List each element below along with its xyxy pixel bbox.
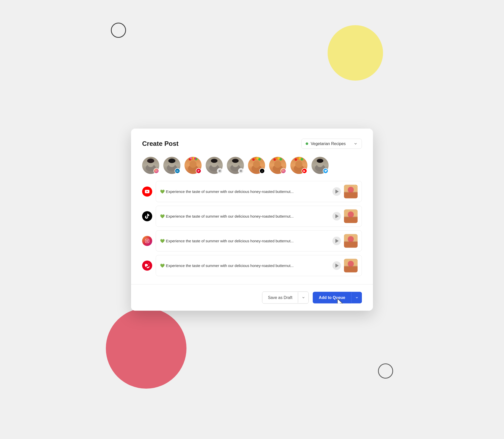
svg-point-8	[168, 158, 175, 163]
svg-point-62	[348, 211, 354, 217]
bg-ring-top-decoration	[111, 23, 126, 38]
avatar-1[interactable]	[142, 157, 159, 174]
svg-point-49	[301, 158, 303, 160]
post-text-2: 💚 Experience the taste of summer with ou…	[160, 214, 329, 218]
svg-point-69	[348, 236, 354, 242]
add-to-queue-button-group[interactable]: Add to Queue	[313, 292, 362, 303]
instagram-platform-icon	[142, 236, 152, 246]
svg-rect-70	[344, 242, 358, 248]
avatar-3[interactable]: P	[184, 157, 202, 174]
play-icon-3	[335, 239, 339, 243]
svg-point-10	[190, 161, 197, 168]
post-thumbnail-4	[344, 259, 358, 272]
svg-rect-57	[344, 192, 358, 198]
svg-point-43	[284, 170, 284, 170]
post-row-1: 💚 Experience the taste of summer with ou…	[142, 181, 362, 202]
post-content-box-2[interactable]: 💚 Experience the taste of summer with ou…	[156, 206, 362, 227]
avatar-9[interactable]	[311, 157, 329, 174]
post-thumbnail-1	[344, 185, 358, 198]
play-button-3[interactable]	[332, 237, 341, 245]
post-content-box-3[interactable]: 💚 Experience the taste of summer with ou…	[156, 230, 362, 251]
buffer-badge-5	[238, 168, 244, 174]
svg-point-52	[317, 159, 323, 163]
instagram-badge-7	[280, 168, 286, 174]
active-status-dot	[306, 142, 308, 145]
svg-point-25	[232, 159, 239, 163]
post-row-2: 💚 Experience the taste of summer with ou…	[142, 206, 362, 227]
play-icon-2	[335, 214, 339, 218]
pinterest-platform-icon	[142, 260, 152, 271]
svg-point-34	[258, 158, 261, 160]
svg-point-45	[295, 161, 302, 168]
modal-footer: Save as Draft Add to Queue	[131, 284, 373, 311]
linkedin-badge-2: in	[175, 168, 180, 174]
svg-point-56	[348, 187, 354, 193]
svg-point-73	[348, 261, 354, 267]
post-row-3: 💚 Experience the taste of summer with ou…	[142, 230, 362, 251]
avatar-6[interactable]: ♪	[248, 157, 265, 174]
svg-point-42	[283, 170, 284, 171]
save-draft-button[interactable]: Save as Draft	[262, 292, 298, 303]
avatar-2[interactable]: in	[163, 157, 180, 174]
svg-rect-64	[145, 239, 149, 243]
add-to-queue-button[interactable]: Add to Queue	[313, 292, 351, 303]
tiktok-badge-6: ♪	[259, 168, 265, 174]
save-draft-button-group[interactable]: Save as Draft	[262, 291, 309, 303]
post-text-4: 💚 Experience the taste of summer with ou…	[160, 263, 329, 268]
avatar-row: in	[142, 157, 362, 174]
post-content-box-1[interactable]: 💚 Experience the taste of summer with ou…	[156, 181, 362, 202]
create-post-modal: Create Post Vegetarian Recipes	[131, 128, 373, 311]
post-content-box-4[interactable]: 💚 Experience the taste of summer with ou…	[156, 255, 362, 276]
svg-rect-74	[344, 266, 358, 272]
svg-rect-21	[219, 171, 221, 171]
profile-dropdown[interactable]: Vegetarian Recipes	[301, 139, 362, 149]
svg-rect-20	[219, 170, 221, 171]
svg-rect-41	[282, 170, 285, 172]
post-row-4: 💚 Experience the taste of summer with ou…	[142, 255, 362, 276]
bg-circle-yellow-decoration	[328, 25, 383, 81]
avatar-4[interactable]	[206, 157, 223, 174]
svg-rect-22	[219, 171, 221, 172]
svg-point-5	[157, 170, 157, 170]
svg-rect-26	[240, 170, 242, 171]
profile-dropdown-left: Vegetarian Recipes	[306, 141, 346, 146]
play-button-1[interactable]	[332, 187, 341, 196]
youtube-platform-icon	[142, 186, 152, 196]
chevron-down-icon	[354, 142, 358, 146]
play-button-2[interactable]	[332, 212, 341, 220]
svg-point-16	[194, 157, 196, 159]
save-draft-chevron-icon	[302, 296, 305, 299]
svg-rect-28	[240, 171, 242, 172]
post-thumbnail-3	[344, 234, 358, 248]
svg-point-19	[211, 159, 217, 163]
avatar-7[interactable]	[269, 157, 286, 174]
svg-point-36	[274, 161, 281, 168]
svg-point-4	[156, 170, 157, 171]
add-to-queue-chevron-icon	[355, 296, 359, 299]
avatar-8[interactable]: ▶	[290, 157, 307, 174]
twitter-badge-9	[323, 168, 328, 174]
svg-point-2	[147, 158, 154, 163]
instagram-badge-1	[153, 168, 159, 174]
avatar-5[interactable]	[227, 157, 244, 174]
profile-dropdown-label: Vegetarian Recipes	[311, 141, 346, 146]
pinterest-badge-3: P	[196, 168, 201, 174]
tiktok-platform-icon	[142, 211, 152, 221]
svg-point-40	[279, 158, 282, 160]
save-draft-dropdown-button[interactable]	[298, 292, 308, 303]
bg-ring-bottom-decoration	[378, 363, 393, 379]
svg-point-65	[146, 240, 148, 242]
add-to-queue-dropdown-button[interactable]	[351, 292, 362, 303]
svg-rect-3	[155, 170, 158, 172]
post-text-3: 💚 Experience the taste of summer with ou…	[160, 239, 329, 243]
post-list: 💚 Experience the taste of summer with ou…	[142, 181, 362, 276]
post-text-1: 💚 Experience the taste of summer with ou…	[160, 189, 329, 194]
modal-body: Create Post Vegetarian Recipes	[131, 128, 373, 276]
post-thumbnail-2	[344, 209, 358, 223]
svg-point-30	[253, 161, 260, 168]
youtube-badge-8: ▶	[302, 168, 307, 174]
play-button-4[interactable]	[332, 261, 341, 270]
svg-point-15	[190, 157, 192, 159]
play-icon-1	[335, 189, 339, 193]
play-icon-4	[335, 263, 339, 267]
